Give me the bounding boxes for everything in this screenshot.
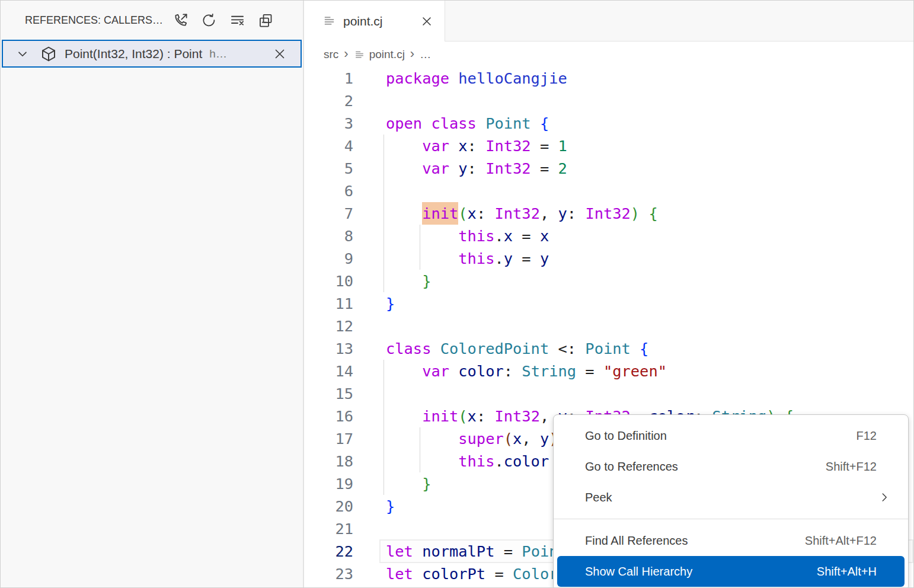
- line-number: 3: [304, 112, 353, 135]
- code-line-12[interactable]: 12: [304, 315, 913, 337]
- code-line-3[interactable]: 3open class Point {: [304, 112, 913, 135]
- code-token: [477, 137, 485, 155]
- code-token: [386, 452, 458, 470]
- clear-results-button[interactable]: [227, 10, 247, 30]
- code-token: y: [458, 159, 467, 177]
- code-line-15[interactable]: 15: [304, 382, 913, 405]
- tab-point-cj[interactable]: point.cj: [304, 1, 445, 41]
- code-token: [513, 227, 522, 245]
- breadcrumb-item-symbol[interactable]: …: [420, 48, 431, 61]
- code-token: [431, 340, 440, 357]
- line-number: 17: [304, 427, 353, 450]
- code-line-11[interactable]: 11}: [304, 292, 913, 315]
- code-token: [640, 204, 648, 222]
- collapse-all-icon: [258, 12, 274, 28]
- file-icon: [354, 49, 365, 60]
- code-token: .: [494, 452, 503, 470]
- close-icon[interactable]: [272, 46, 287, 62]
- line-number: 10: [304, 270, 353, 292]
- code-text: var x: Int32 = 1: [386, 135, 567, 157]
- vscode-window: REFERENCES: CALLERS…: [0, 0, 914, 588]
- code-token: [531, 114, 540, 132]
- code-line-5[interactable]: 5 var y: Int32 = 2: [304, 157, 913, 180]
- code-token: [549, 204, 558, 222]
- code-token: [386, 159, 422, 177]
- code-text: open class Point {: [386, 112, 549, 135]
- code-token: ,: [522, 430, 530, 448]
- code-token: [413, 542, 422, 560]
- code-token: var: [422, 362, 449, 380]
- code-token: let: [386, 565, 413, 583]
- code-token: [422, 114, 431, 132]
- code-line-8[interactable]: 8 this.x = x: [304, 225, 913, 247]
- code-token: class: [386, 340, 431, 357]
- close-icon[interactable]: [420, 14, 434, 28]
- refresh-button[interactable]: [199, 10, 219, 30]
- code-token: normalPt: [422, 542, 494, 560]
- code-token: "green": [603, 362, 667, 380]
- code-token: color: [504, 452, 549, 470]
- menu-item-peek[interactable]: Peek: [557, 482, 905, 513]
- menu-item-shortcut: Shift+Alt+F12: [805, 534, 877, 548]
- show-outgoing-calls-button[interactable]: [170, 10, 190, 30]
- menu-item-go-to-definition[interactable]: Go to Definition F12: [557, 420, 905, 451]
- code-token: [513, 250, 522, 267]
- code-line-1[interactable]: 1package helloCangjie: [304, 67, 913, 90]
- code-token: [386, 475, 422, 493]
- code-line-2[interactable]: 2: [304, 90, 913, 112]
- code-token: String: [522, 362, 576, 380]
- collapse-all-button[interactable]: [255, 10, 276, 30]
- menu-item-find-all-references[interactable]: Find All References Shift+Alt+F12: [557, 525, 905, 556]
- code-token: var: [422, 159, 449, 177]
- tree-item-label: Point(Int32, Int32) : Point: [65, 47, 202, 61]
- code-line-10[interactable]: 10 }: [304, 270, 913, 292]
- line-number: 13: [304, 337, 353, 360]
- code-token: [485, 407, 494, 425]
- code-token: {: [540, 114, 549, 132]
- clear-list-icon: [229, 12, 245, 28]
- line-number: 23: [304, 563, 353, 585]
- call-hierarchy-root-item[interactable]: Point(Int32, Int32) : Point h…: [2, 40, 302, 68]
- tab-bar: point.cj: [304, 1, 913, 41]
- code-token: [386, 430, 458, 448]
- code-token: (: [458, 204, 467, 222]
- chevron-down-icon[interactable]: [15, 46, 30, 62]
- code-token: }: [386, 295, 395, 312]
- code-token: [386, 407, 422, 425]
- code-token: [513, 362, 522, 380]
- line-number: 20: [304, 495, 353, 517]
- code-token: [386, 272, 422, 290]
- code-token: Int32: [485, 159, 530, 177]
- code-token: [485, 204, 494, 222]
- code-token: ,: [540, 407, 549, 425]
- code-line-7[interactable]: 7 init(x: Int32, y: Int32) {: [304, 202, 913, 225]
- code-token: [576, 362, 585, 380]
- code-text: var color: String = "green": [386, 360, 667, 382]
- code-token: [513, 542, 522, 560]
- chevron-right-icon: ›: [344, 46, 348, 62]
- code-line-4[interactable]: 4 var x: Int32 = 1: [304, 135, 913, 157]
- chevron-right-icon: [878, 491, 891, 504]
- menu-item-show-call-hierarchy[interactable]: Show Call Hierarchy Shift+Alt+H: [557, 556, 905, 587]
- breadcrumb-item-file[interactable]: point.cj: [354, 48, 405, 61]
- code-token: [631, 340, 640, 357]
- file-icon: [322, 14, 336, 28]
- menu-item-label: Peek: [585, 491, 612, 504]
- line-number: 19: [304, 472, 353, 495]
- code-token: Point: [585, 340, 630, 357]
- menu-item-shortcut: F12: [857, 429, 877, 443]
- call-outgoing-icon: [172, 12, 188, 28]
- code-line-6[interactable]: 6: [304, 180, 913, 202]
- code-line-14[interactable]: 14 var color: String = "green": [304, 360, 913, 382]
- code-line-13[interactable]: 13class ColoredPoint <: Point {: [304, 337, 913, 360]
- menu-item-go-to-references[interactable]: Go to References Shift+F12: [557, 451, 905, 482]
- line-number: 22: [304, 540, 353, 563]
- code-line-9[interactable]: 9 this.y = y: [304, 247, 913, 270]
- code-token: y: [504, 250, 513, 267]
- code-text: init(x: Int32, y: Int32) {: [386, 202, 658, 225]
- code-token: (: [458, 407, 467, 425]
- code-token: :: [468, 137, 477, 155]
- code-token: [549, 137, 558, 155]
- line-number: 16: [304, 405, 353, 427]
- breadcrumb-item-src[interactable]: src: [324, 48, 338, 61]
